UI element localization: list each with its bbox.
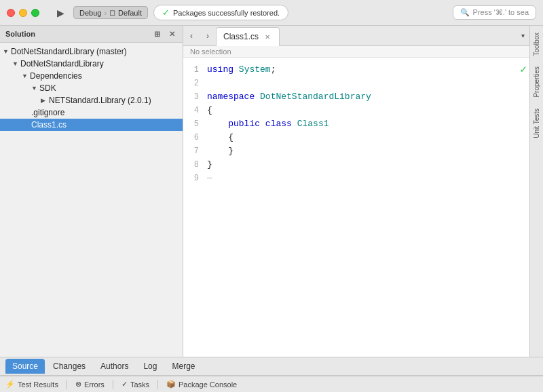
status-item-test-results[interactable]: ⚡Test Results (5, 380, 58, 389)
sidebar-item-project[interactable]: ▼ DotNetStandardLibrary (0, 58, 183, 70)
close-button[interactable] (7, 9, 15, 17)
maximize-button[interactable] (31, 9, 39, 17)
code-token: public (228, 119, 260, 129)
sidebar-item-solution-root[interactable]: ▼ DotNetStandardLibrary (master) (0, 45, 183, 58)
traffic-lights (7, 9, 39, 17)
editor-checkmark-icon: ✓ (520, 63, 527, 77)
sidebar-item-class1[interactable]: Class1.cs (0, 119, 183, 131)
status-bar: ⚡Test Results⊗Errors✓Tasks📦Package Conso… (0, 376, 543, 392)
package-console-label: Package Console (179, 380, 237, 389)
search-icon: 🔍 (460, 8, 470, 17)
code-token: System (239, 64, 271, 75)
source-tab-log[interactable]: Log (136, 359, 164, 374)
right-panel-tab[interactable]: Properties (531, 62, 542, 102)
line-content (207, 77, 523, 90)
line-number: 2 (183, 77, 207, 90)
code-token: Class1 (297, 119, 329, 129)
tree-arrow-icon: ▼ (31, 85, 39, 92)
line-number: 7 (183, 144, 207, 158)
source-tab-authors[interactable]: Authors (94, 359, 135, 374)
no-selection-bar: No selection (183, 46, 529, 58)
tasks-label: Tasks (130, 380, 149, 389)
line-content: — (207, 172, 523, 185)
tree-item-label: Dependencies (30, 71, 82, 81)
status-divider (157, 380, 158, 389)
editor-tab[interactable]: Class1.cs ✕ (216, 27, 280, 46)
status-divider (67, 380, 67, 389)
tab-forward-button[interactable]: › (200, 26, 216, 45)
source-tab-merge[interactable]: Merge (165, 359, 202, 374)
search-placeholder: Press '⌘.' to sea (473, 8, 529, 17)
code-token: namespace (207, 92, 255, 102)
code-token (207, 119, 228, 129)
play-button[interactable]: ▶ (53, 5, 68, 20)
right-panel-tab[interactable]: Unit Tests (531, 104, 542, 142)
line-number: 6 (183, 131, 207, 144)
errors-label: Errors (84, 380, 105, 389)
code-editor[interactable]: ✓ 1using System;2 3namespace DotNetStand… (183, 58, 529, 357)
editor-area: ‹ › Class1.cs ✕ ▾ No selection ✓ 1using … (183, 26, 529, 357)
tab-close-button[interactable]: ✕ (263, 32, 272, 41)
code-token: { (207, 132, 233, 142)
config-sep: › (104, 9, 107, 17)
status-item-tasks[interactable]: ✓Tasks (121, 380, 149, 389)
line-content: { (207, 104, 523, 117)
tree-arrow-icon: ▼ (3, 48, 11, 55)
sidebar-expand-icon[interactable]: ⊞ (151, 28, 162, 39)
code-token: } (207, 159, 212, 170)
code-token (260, 119, 265, 129)
status-item-package-console[interactable]: 📦Package Console (166, 380, 237, 389)
sidebar-item-netstandard[interactable]: ▶ NETStandard.Library (2.0.1) (0, 94, 183, 106)
tasks-icon: ✓ (121, 380, 128, 389)
status-item-errors[interactable]: ⊗Errors (75, 380, 105, 389)
code-token: — (207, 173, 212, 183)
sidebar-item-dependencies[interactable]: ▼ Dependencies (0, 70, 183, 82)
tree-item-label: Class1.cs (31, 120, 67, 130)
code-token: } (207, 146, 233, 156)
source-tab-source[interactable]: Source (5, 359, 45, 374)
code-line: 6 { (183, 131, 529, 144)
tree-item-label: SDK (39, 83, 56, 93)
package-console-icon: 📦 (166, 380, 176, 389)
code-line: 5 public class Class1 (183, 117, 529, 131)
tree-item-label: NETStandard.Library (2.0.1) (49, 96, 151, 105)
code-line: 8} (183, 158, 529, 172)
code-token (292, 119, 297, 129)
line-content: namespace DotNetStandardLibrary (207, 90, 523, 104)
line-number: 1 (183, 63, 207, 77)
tab-back-button[interactable]: ‹ (183, 26, 200, 45)
status-text: Packages successfully restored. (173, 9, 280, 17)
source-tabs-bar: SourceChangesAuthorsLogMerge (0, 357, 543, 376)
sidebar: Solution ⊞ ✕ ▼ DotNetStandardLibrary (ma… (0, 26, 183, 357)
tree-arrow-icon: ▶ (41, 97, 49, 104)
code-token: using (207, 64, 233, 75)
status-notification: ✓ Packages successfully restored. (153, 5, 288, 20)
line-content: { (207, 131, 523, 144)
minimize-button[interactable] (19, 9, 27, 17)
config-target: Default (118, 9, 142, 17)
tab-bar: ‹ › Class1.cs ✕ ▾ (183, 26, 529, 46)
right-panel-tab[interactable]: Toolbox (531, 28, 542, 60)
sidebar-item-gitignore[interactable]: .gitignore (0, 106, 183, 119)
status-divider (113, 380, 113, 389)
sidebar-close-icon[interactable]: ✕ (166, 28, 177, 39)
line-number: 8 (183, 158, 207, 172)
line-number: 9 (183, 172, 207, 185)
code-line: 4{ (183, 104, 529, 117)
tree-arrow-icon: ▼ (22, 73, 30, 79)
code-line: 9— (183, 172, 529, 185)
titlebar: ▶ Debug › ◻ Default ✓ Packages successfu… (0, 0, 543, 26)
line-content: public class Class1 (207, 117, 523, 131)
sidebar-header: Solution ⊞ ✕ (0, 26, 183, 43)
line-number: 3 (183, 90, 207, 104)
line-content: } (207, 144, 523, 158)
tab-label: Class1.cs (223, 32, 259, 41)
debug-config[interactable]: Debug › ◻ Default (73, 6, 148, 19)
search-bar[interactable]: 🔍 Press '⌘.' to sea (453, 5, 536, 20)
code-line: 7 } (183, 144, 529, 158)
source-tab-changes[interactable]: Changes (46, 359, 92, 374)
sidebar-item-sdk[interactable]: ▼ SDK (0, 82, 183, 94)
no-selection-text: No selection (190, 47, 231, 56)
code-token (233, 64, 239, 75)
tab-dropdown-button[interactable]: ▾ (516, 26, 529, 45)
